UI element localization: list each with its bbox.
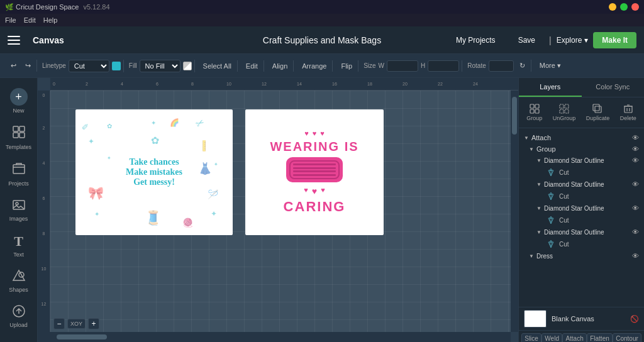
group-button[interactable]: Group [524, 101, 545, 124]
mask-illustration [286, 157, 343, 182]
attach-button[interactable]: Attach [562, 333, 586, 342]
vertical-scroll-thumb[interactable] [512, 97, 517, 135]
design-card-1[interactable]: ✂ 📏 ✏ 🪡 🧵 ✦ ✦ [75, 109, 233, 235]
linetype-select[interactable]: Cut [69, 60, 109, 72]
attach-header[interactable]: ▼ Attach 👁 [519, 132, 644, 143]
duplicate-button[interactable]: Duplicate [584, 101, 613, 124]
vertical-scrollbar[interactable] [511, 91, 518, 332]
sidebar-item-text[interactable]: T Text [3, 228, 35, 263]
layers-list: ▼ Attach 👁 ▼ Group 👁 ▼ Diamond [519, 128, 644, 307]
menu-edit[interactable]: Edit [24, 16, 36, 24]
dress-header[interactable]: ▼ Dress 👁 [519, 250, 644, 262]
grid-background: ✂ 📏 ✏ 🪡 🧵 ✦ ✦ [50, 91, 511, 332]
canvas-area[interactable]: 0 2 4 6 8 10 12 14 16 18 20 22 24 0 2 4 … [38, 78, 518, 342]
svg-rect-35 [595, 106, 601, 113]
save-button[interactable]: Save [509, 32, 544, 48]
w-label: W [379, 62, 384, 69]
svg-rect-4 [13, 165, 25, 174]
tab-layers[interactable]: Layers [519, 78, 582, 97]
svg-rect-31 [560, 104, 564, 108]
menu-help[interactable]: Help [43, 16, 58, 24]
svg-rect-1 [19, 126, 25, 131]
rotate-input[interactable] [489, 60, 514, 72]
dress-eye[interactable]: 👁 [632, 252, 639, 260]
diamond-star-2-header[interactable]: ▼ Diamond Star Outline 👁 [519, 179, 644, 190]
close-button[interactable]: ✕ [631, 3, 639, 11]
delete-button[interactable]: Delete [618, 101, 639, 124]
zoom-out-button[interactable]: − [53, 318, 65, 329]
fill-select[interactable]: No Fill [140, 60, 180, 72]
ds2-eye[interactable]: 👁 [632, 180, 639, 188]
sidebar-item-upload[interactable]: Upload [3, 299, 35, 333]
slice-button[interactable]: Slice [521, 333, 541, 342]
svg-rect-2 [13, 133, 18, 138]
svg-text:🧵: 🧵 [145, 209, 162, 226]
sidebar-item-new[interactable]: + New [3, 83, 35, 119]
ruler-horizontal: 0 2 4 6 8 10 12 14 16 18 20 22 24 [50, 78, 518, 91]
zoom-controls: − XOY + [53, 318, 99, 329]
ds1-eye[interactable]: 👁 [632, 157, 639, 164]
select-all-button[interactable]: Select All [200, 60, 235, 72]
attach-section: ▼ Attach 👁 ▼ Group 👁 ▼ Diamond [519, 131, 644, 263]
design-card-2[interactable]: ♥ ♥ ♥ WEARING IS [245, 109, 384, 235]
arrange-button[interactable]: Arrange [299, 60, 330, 72]
contour-button[interactable]: Contour [613, 333, 641, 342]
right-panel: Layers Color Sync Group [518, 78, 644, 342]
maximize-button[interactable]: □ [620, 3, 628, 11]
diamond-star-1-header[interactable]: ▼ Diamond Star Outline 👁 [519, 155, 644, 166]
more-button[interactable]: More ▾ [536, 60, 564, 72]
svg-text:🌈: 🌈 [170, 118, 179, 127]
fill-color[interactable] [183, 62, 192, 70]
card1-text2: Make mistakes [126, 167, 182, 177]
explore-button[interactable]: Explore ▾ [557, 36, 589, 45]
delete-icon [623, 104, 633, 114]
attach-visibility-icon[interactable]: 👁 [632, 134, 639, 141]
linetype-color[interactable] [112, 62, 121, 70]
ds4-eye[interactable]: 👁 [632, 228, 639, 236]
group-header[interactable]: ▼ Group 👁 [519, 143, 644, 155]
horizontal-scroll-thumb[interactable] [57, 334, 107, 339]
middle-hearts: ♥ ♥ ♥ [304, 186, 325, 196]
ungroup-button[interactable]: UnGroup [550, 101, 579, 124]
horizontal-scrollbar[interactable] [50, 332, 511, 342]
menu-file[interactable]: File [5, 16, 16, 24]
group-visibility-icon[interactable]: 👁 [632, 145, 639, 153]
height-input[interactable] [428, 60, 459, 72]
minimize-button[interactable]: − [609, 3, 616, 11]
bottom-panel: Blank Canvas 🚫 Slice Weld Attach Flatten… [519, 307, 644, 342]
hamburger-menu[interactable] [8, 31, 25, 49]
align-button[interactable]: Align [269, 60, 291, 72]
flatten-button[interactable]: Flatten [587, 333, 613, 342]
canvas-grid[interactable]: ✂ 📏 ✏ 🪡 🧵 ✦ ✦ [50, 91, 511, 332]
diamond-star-3: ▼ Diamond Star Outline 👁 Cut [519, 202, 644, 226]
width-input[interactable] [387, 60, 418, 72]
rotate-icon[interactable]: ↻ [516, 60, 528, 72]
undo-button[interactable]: ↩ [8, 60, 19, 72]
align-group: Align [267, 60, 294, 72]
make-it-button[interactable]: Make It [593, 32, 636, 48]
diamond-star-2: ▼ Diamond Star Outline 👁 Cut [519, 179, 644, 202]
panel-tabs: Layers Color Sync [519, 78, 644, 97]
attach-arrow: ▼ [524, 135, 529, 141]
zoom-in-button[interactable]: + [88, 318, 99, 329]
h-label: H [421, 62, 425, 69]
edit-group: Edit [240, 60, 264, 72]
sidebar-item-shapes[interactable]: Shapes [3, 264, 35, 298]
blank-canvas-row: Blank Canvas 🚫 [519, 307, 644, 330]
sidebar-item-images[interactable]: Images [3, 193, 35, 227]
blank-canvas-eye-icon[interactable]: 🚫 [630, 315, 639, 323]
diamond-star-3-header[interactable]: ▼ Diamond Star Outline 👁 [519, 202, 644, 214]
weld-button[interactable]: Weld [541, 333, 562, 342]
dress-section: ▼ Dress 👁 [519, 250, 644, 262]
edit-button[interactable]: Edit [243, 60, 261, 72]
top-hearts: ♥ ♥ ♥ [304, 130, 325, 137]
sidebar-item-projects[interactable]: Projects [3, 157, 35, 192]
card1-text3: Get messy! [126, 177, 182, 187]
ds3-eye[interactable]: 👁 [632, 204, 639, 212]
my-projects-button[interactable]: My Projects [447, 32, 504, 48]
tab-color-sync[interactable]: Color Sync [582, 78, 645, 97]
redo-button[interactable]: ↪ [22, 60, 34, 72]
sidebar-item-templates[interactable]: Templates [3, 120, 35, 155]
diamond-star-4-header[interactable]: ▼ Diamond Star Outline 👁 [519, 226, 644, 238]
flip-button[interactable]: Flip [338, 60, 355, 72]
